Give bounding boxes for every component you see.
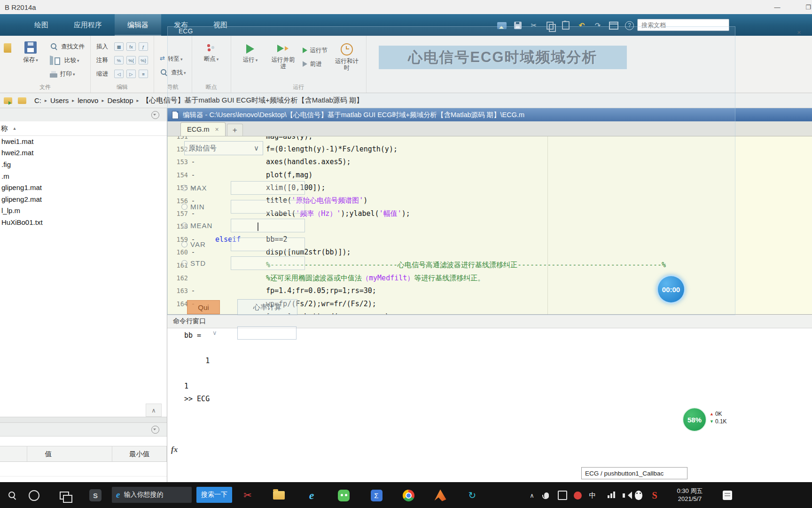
ime-indicator[interactable]: 中 — [586, 488, 599, 502]
notes-tray-icon[interactable] — [721, 488, 734, 502]
copy-icon[interactable] — [547, 22, 554, 30]
breadcrumb-item[interactable]: lenovo — [76, 96, 100, 104]
file-list-item[interactable]: .fig — [0, 159, 167, 170]
tab-apps[interactable]: 应用程序 — [61, 14, 115, 36]
taskbar-search-icon[interactable] — [6, 488, 19, 502]
scroll-top-button[interactable]: ∧ — [146, 404, 162, 417]
ribbon-edit-row[interactable]: 插入▦fxƒ — [96, 42, 148, 51]
recording-timer-badge[interactable]: 00:00 — [656, 275, 686, 304]
screenshot-icon[interactable] — [497, 22, 507, 29]
volume-icon[interactable] — [617, 488, 630, 502]
code-editor[interactable]: 151mag=abs(y);152-f=(0:length(y)-1)*Fs/l… — [167, 136, 812, 314]
panel-menu-icon[interactable] — [151, 426, 159, 434]
paste-icon[interactable] — [562, 21, 570, 30]
ribbon-mini-icon[interactable]: fx — [126, 42, 136, 51]
cortana-icon[interactable] — [27, 488, 40, 502]
ribbon-edit-row[interactable]: 注释%%{%} — [96, 56, 148, 64]
command-window[interactable]: bb = 11>> ECG fx ECG / pushbutton1_Callb… — [167, 328, 812, 482]
net-speed-badge[interactable]: 58% — [682, 407, 707, 432]
file-list-item[interactable]: HuXiBo01.txt — [0, 216, 167, 228]
compare-button[interactable]: 比较 — [50, 56, 85, 64]
code-text[interactable]: fp=1.4;fr=0.05;rp=1;rs=30; — [198, 286, 376, 295]
breadcrumb-item[interactable]: C: — [33, 96, 43, 104]
code-text[interactable]: plot(f,mag) — [198, 171, 312, 179]
ribbon-mini-icon[interactable]: ▷ — [126, 70, 136, 78]
breakpoint-margin[interactable]: - — [188, 158, 198, 166]
tray-window-icon[interactable] — [556, 488, 569, 502]
file-list-item[interactable]: hwei1.mat — [0, 135, 167, 147]
undo-icon[interactable]: ↶ — [577, 21, 586, 30]
tab-publish[interactable]: 发布 — [161, 14, 201, 36]
pinned-app-icon[interactable]: S — [88, 488, 102, 502]
breadcrumb-item[interactable]: Users — [49, 96, 70, 104]
folder-column-header[interactable]: 称 ▲ — [0, 121, 167, 136]
sync-app-icon[interactable]: ↻ — [465, 488, 479, 502]
file-list-item[interactable]: hwei2.mat — [0, 147, 167, 159]
tray-recorder-icon[interactable] — [571, 488, 584, 502]
panel-menu-icon[interactable] — [151, 111, 159, 119]
breakpoints-button[interactable]: 断点 — [198, 40, 225, 63]
chrome-icon[interactable] — [401, 488, 415, 502]
cut-icon[interactable]: ✂ — [529, 21, 539, 30]
breakpoint-margin[interactable]: - — [188, 184, 198, 191]
code-text[interactable] — [198, 222, 258, 231]
save-icon[interactable] — [514, 22, 522, 29]
breakpoint-margin[interactable]: - — [188, 197, 198, 205]
run-section-button[interactable]: 运行节 — [303, 46, 328, 55]
workspace-name-column[interactable] — [0, 446, 27, 461]
breakpoint-margin[interactable]: - — [188, 287, 198, 294]
network-signal-icon[interactable] — [602, 488, 615, 502]
find-files-button[interactable]: 查找文件 — [50, 42, 85, 51]
sogou-icon[interactable]: S — [648, 488, 661, 502]
internet-explorer-icon[interactable]: e — [304, 488, 319, 502]
save-button[interactable]: 保存 — [17, 40, 44, 64]
code-text[interactable]: %还可采用椭圆滤波器或中值法（myMedfilt）等进行基线漂移纠正。 — [198, 274, 484, 283]
minimize-button[interactable]: — — [768, 0, 787, 14]
file-explorer-icon[interactable] — [272, 488, 286, 502]
editor-titlebar[interactable]: 编辑器 - C:\Users\lenovo\Desktop\【心电信号】基于ma… — [167, 108, 812, 121]
doc-search-input[interactable] — [637, 19, 729, 31]
tab-editor[interactable]: 编辑器 — [115, 14, 161, 36]
calculator-app-icon[interactable]: Σ — [369, 488, 383, 502]
find-button[interactable]: 查找 — [160, 68, 186, 77]
open-button[interactable] — [4, 40, 11, 55]
help-icon[interactable]: ? — [625, 21, 634, 30]
close-tab-icon[interactable]: × — [215, 126, 219, 133]
ribbon-mini-icon[interactable]: ƒ — [139, 42, 148, 51]
ribbon-mini-icon[interactable]: %{ — [126, 56, 136, 64]
taskbar-clock[interactable]: 0:30 周五 2021/5/7 — [665, 487, 714, 503]
code-text[interactable]: mag=abs(y); — [198, 136, 312, 141]
print-button[interactable]: 打印 — [50, 70, 85, 78]
command-window-header[interactable]: 命令行窗口 — [167, 314, 812, 328]
run-and-time-button[interactable]: 运行和计时 — [333, 40, 360, 71]
fx-icon[interactable]: fx — [171, 445, 178, 454]
scissors-app-icon[interactable]: ✂ — [241, 488, 255, 502]
breakpoint-margin[interactable]: - — [188, 300, 198, 308]
matlab-icon[interactable] — [433, 488, 447, 502]
run-button[interactable]: 运行 — [237, 40, 264, 64]
task-view-icon[interactable] — [57, 488, 71, 502]
breakpoint-margin[interactable]: - — [188, 248, 198, 256]
file-list-item[interactable]: glipeng2.mat — [0, 193, 167, 205]
breakpoint-margin[interactable]: - — [188, 145, 198, 153]
run-advance-button[interactable]: 运行并前进 — [270, 40, 297, 70]
code-text[interactable]: xlim([0,100]); — [198, 183, 325, 192]
workspace-min-column[interactable]: 最小值 — [112, 446, 167, 461]
tray-expand-icon[interactable]: ∧ — [526, 488, 538, 502]
file-list-item[interactable]: .m — [0, 170, 167, 182]
file-list-item[interactable]: glipeng1.mat — [0, 182, 167, 193]
ribbon-edit-row[interactable]: 缩进◁▷≡ — [96, 70, 148, 78]
redo-icon[interactable]: ↷ — [593, 21, 602, 30]
tab-plots[interactable]: 绘图 — [22, 14, 61, 36]
code-text[interactable]: elseif bb==2 — [198, 235, 288, 244]
code-text[interactable]: axes(handles.axes5); — [198, 158, 351, 166]
new-tab-button[interactable]: + — [227, 124, 243, 136]
ribbon-mini-icon[interactable]: %} — [139, 56, 148, 64]
code-text[interactable]: xlabel('频率（Hz）');ylabel('幅值'); — [198, 209, 410, 218]
code-text[interactable]: wp=fp/(Fs/2);wr=fr/(Fs/2); — [198, 300, 376, 308]
ribbon-mini-icon[interactable]: ≡ — [139, 70, 148, 78]
code-text[interactable]: title('原始心电信号频谱图') — [198, 196, 367, 205]
workspace-value-column[interactable]: 值 — [27, 446, 113, 461]
breakpoint-margin[interactable]: - — [188, 236, 198, 243]
maximize-button[interactable]: ❐ — [799, 0, 812, 14]
